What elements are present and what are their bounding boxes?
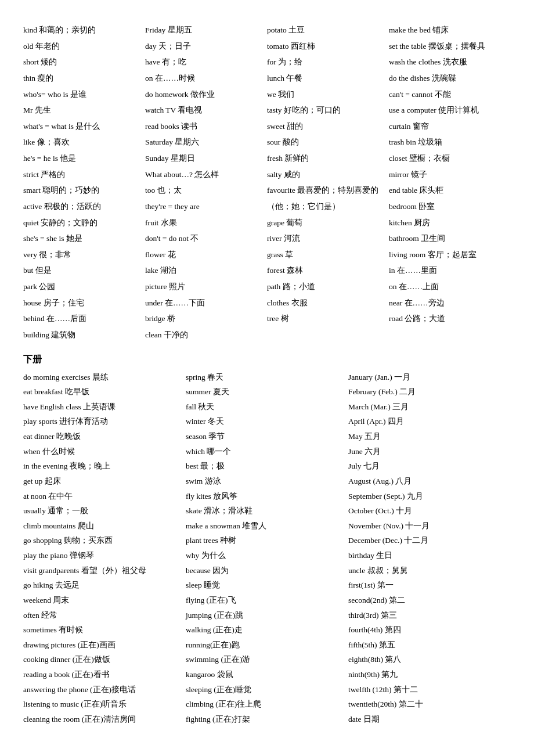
vocab-item: under 在……下面 xyxy=(145,296,267,310)
vocab-item: potato 土豆 xyxy=(267,23,389,37)
vocab-item: salty 咸的 xyxy=(267,168,389,182)
vocab-item: skate 滑冰；滑冰鞋 xyxy=(186,504,348,518)
vocab-item: kangaroo 袋鼠 xyxy=(186,668,348,682)
vocab-item: smart 聪明的；巧妙的 xyxy=(23,183,145,197)
vocab-item: make a snowman 堆雪人 xyxy=(186,519,348,533)
vocab-item: we 我们 xyxy=(267,88,389,102)
vocab-item: watch TV 看电视 xyxy=(145,103,267,117)
vocab-item: for 为；给 xyxy=(267,55,389,69)
vocab-item: can't = cannot 不能 xyxy=(389,88,511,102)
vocab-item: in the evening 夜晚；晚上 xyxy=(23,459,186,473)
vocab-item: plant trees 种树 xyxy=(186,534,348,548)
vocab-item: twentieth(20th) 第二十 xyxy=(348,697,511,711)
vocab-item: go shopping 购物；买东西 xyxy=(23,534,186,548)
vocab-item: do morning exercises 晨练 xyxy=(23,370,186,384)
vocab-item: reading a book (正在)看书 xyxy=(23,668,186,682)
vocab-item: why 为什么 xyxy=(186,549,348,563)
vocab-item: drawing pictures (正在)画画 xyxy=(23,638,186,652)
vocab-item: answering the phone (正在)接电话 xyxy=(23,683,186,697)
vocab-item: climb mountains 爬山 xyxy=(23,519,186,533)
vocab-item: June 六月 xyxy=(348,445,511,459)
vocab-item: have English class 上英语课 xyxy=(23,400,186,414)
vocab-item: living room 客厅；起居室 xyxy=(389,248,511,262)
vocab-item: eat dinner 吃晚饭 xyxy=(23,430,186,444)
vocab-item: ninth(9th) 第九 xyxy=(348,668,511,682)
vocab-item: fighting (正在)打架 xyxy=(186,712,348,726)
vocab-item: sleep 睡觉 xyxy=(186,578,348,592)
vocab-item: uncle 叔叔；舅舅 xyxy=(348,564,511,578)
vocab-item: strict 严格的 xyxy=(23,168,145,182)
vocab-item: road 公路；大道 xyxy=(389,312,511,326)
vocab-item: running(正在)跑 xyxy=(186,638,348,652)
vocab-item: listening to music (正在)听音乐 xyxy=(23,697,186,711)
vocab-item: Sunday 星期日 xyxy=(145,152,267,165)
vocab-item: （他；她；它们是） xyxy=(267,200,389,214)
vocab-item: favourite 最喜爱的；特别喜爱的 xyxy=(267,183,389,197)
vocab-item: January (Jan.) 一月 xyxy=(348,370,511,384)
vocab-item: lake 湖泊 xyxy=(145,264,267,278)
vocab-item: bridge 桥 xyxy=(145,312,267,326)
vocab-item: sometimes 有时候 xyxy=(23,623,186,637)
vocab-item: first(1st) 第一 xyxy=(348,578,511,592)
vocab-item: kind 和蔼的；亲切的 xyxy=(23,23,145,37)
vocab-item: fall 秋天 xyxy=(186,400,348,414)
vocab-item: grape 葡萄 xyxy=(267,216,389,230)
vocab-item: get up 起床 xyxy=(23,474,186,488)
upper-vocab-grid: kind 和蔼的；亲切的Friday 星期五potato 土豆make the … xyxy=(23,23,511,342)
vocab-item: behind 在……后面 xyxy=(23,312,145,326)
vocab-item: sleeping (正在)睡觉 xyxy=(186,683,348,697)
vocab-item: go hiking 去远足 xyxy=(23,578,186,592)
vocab-item: forest 森林 xyxy=(267,264,389,278)
vocab-item: fourth(4th) 第四 xyxy=(348,623,511,637)
vocab-item: who's= who is 是谁 xyxy=(23,88,145,102)
vocab-item: May 五月 xyxy=(348,430,511,444)
vocab-item: river 河流 xyxy=(267,232,389,246)
vocab-item: birthday 生日 xyxy=(348,549,511,563)
vocab-item: kitchen 厨房 xyxy=(389,216,511,230)
vocab-item: clothes 衣服 xyxy=(267,296,389,310)
vocab-item: summer 夏天 xyxy=(186,385,348,399)
vocab-item: in 在……里面 xyxy=(389,264,511,278)
vocab-item: February (Feb.) 二月 xyxy=(348,385,511,399)
vocab-item: very 很；非常 xyxy=(23,248,145,262)
vocab-item: bathroom 卫生间 xyxy=(389,232,511,246)
vocab-item: sour 酸的 xyxy=(267,135,389,149)
vocab-item: but 但是 xyxy=(23,264,145,278)
vocab-item: old 年老的 xyxy=(23,39,145,53)
vocab-item: mirror 镜子 xyxy=(389,168,511,182)
vocab-item: twelfth (12th) 第十二 xyxy=(348,683,511,697)
vocab-item: have 有；吃 xyxy=(145,55,267,69)
vocab-item: house 房子；住宅 xyxy=(23,296,145,310)
vocab-item: walking (正在)走 xyxy=(186,623,348,637)
vocab-item: lunch 午餐 xyxy=(267,71,389,85)
vocab-item: second(2nd) 第二 xyxy=(348,593,511,607)
vocab-item: visit grandparents 看望（外）祖父母 xyxy=(23,564,186,578)
vocab-item: Saturday 星期六 xyxy=(145,135,267,149)
vocab-item: October (Oct.) 十月 xyxy=(348,504,511,518)
vocab-item: picture 照片 xyxy=(145,280,267,294)
vocab-item: like 像；喜欢 xyxy=(23,135,145,149)
vocab-item: eighth(8th) 第八 xyxy=(348,653,511,667)
vocab-item: date 日期 xyxy=(348,712,511,726)
vocab-item: set the table 摆饭桌；摆餐具 xyxy=(389,39,511,53)
vocab-item: on 在……上面 xyxy=(389,280,511,294)
vocab-item: Friday 星期五 xyxy=(145,23,267,37)
vocab-item: clean 干净的 xyxy=(145,328,267,342)
section-title: 下册 xyxy=(23,354,511,366)
vocab-item: too 也；太 xyxy=(145,183,267,197)
vocab-item: closet 壁橱；衣橱 xyxy=(389,152,511,165)
vocab-item: park 公园 xyxy=(23,280,145,294)
vocab-item: when 什么时候 xyxy=(23,445,186,459)
vocab-item: because 因为 xyxy=(186,564,348,578)
vocab-item: July 七月 xyxy=(348,459,511,473)
vocab-item: fruit 水果 xyxy=(145,216,267,230)
vocab-item: day 天；日子 xyxy=(145,39,267,53)
lower-vocab-section: 下册 do morning exercises 晨练spring 春天Janua… xyxy=(23,354,511,726)
vocab-item: active 积极的；活跃的 xyxy=(23,200,145,214)
vocab-item: he's = he is 他是 xyxy=(23,152,145,165)
vocab-item: fresh 新鲜的 xyxy=(267,152,389,165)
vocab-item: quiet 安静的；文静的 xyxy=(23,216,145,230)
vocab-item: tree 树 xyxy=(267,312,389,326)
vocab-item: use a computer 使用计算机 xyxy=(389,103,511,117)
vocab-item: path 路；小道 xyxy=(267,280,389,294)
